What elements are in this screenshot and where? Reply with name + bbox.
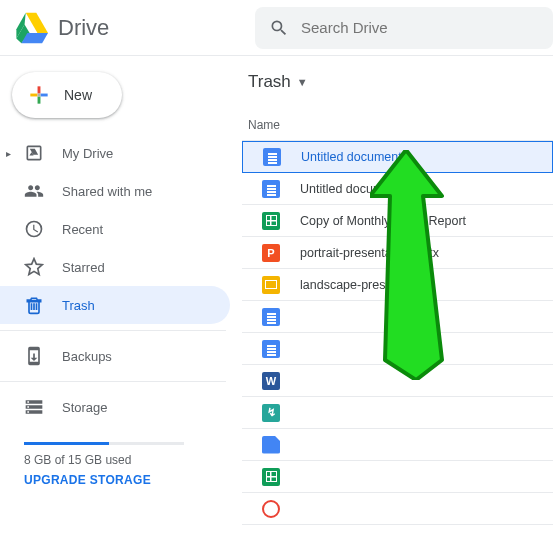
sidebar-item-label: My Drive [62, 146, 113, 161]
sheets-icon [262, 212, 280, 230]
sidebar-item-label: Storage [62, 400, 108, 415]
drive-logo-icon [14, 11, 48, 45]
main-title[interactable]: Trash ▼ [242, 72, 553, 110]
sidebar-item-backups[interactable]: Backups [0, 337, 230, 375]
file-name: Copy of Monthly Sales Report [300, 214, 466, 228]
file-row[interactable]: W [242, 365, 553, 397]
powerpoint-icon: P [262, 244, 280, 262]
my-drive-icon [24, 143, 44, 163]
file-name: landscape-presentation [300, 278, 430, 292]
file-row[interactable] [242, 333, 553, 365]
apps-script-icon: ↯ [262, 404, 280, 422]
file-row[interactable]: landscape-presentation [242, 269, 553, 301]
new-button[interactable]: New [12, 72, 122, 118]
file-name: portrait-presentation.pptx [300, 246, 439, 260]
upgrade-storage-link[interactable]: UPGRADE STORAGE [24, 473, 242, 487]
word-icon: W [262, 372, 280, 390]
sidebar-item-trash[interactable]: Trash [0, 286, 230, 324]
app-header: Drive [0, 0, 553, 56]
docs-icon [262, 180, 280, 198]
sidebar-item-recent[interactable]: Recent [0, 210, 230, 248]
slides-icon [262, 276, 280, 294]
sheets-icon [262, 468, 280, 486]
file-row[interactable]: Untitled document [242, 141, 553, 173]
new-button-label: New [64, 87, 92, 103]
docs-icon [262, 340, 280, 358]
video-icon [262, 500, 280, 518]
sidebar-item-shared[interactable]: Shared with me [0, 172, 230, 210]
caret-right-icon: ▸ [6, 148, 11, 159]
file-row[interactable]: Pportrait-presentation.pptx [242, 237, 553, 269]
divider [0, 381, 226, 382]
file-row[interactable] [242, 461, 553, 493]
storage-bar-fill [24, 442, 109, 445]
recent-icon [24, 219, 44, 239]
file-row[interactable]: ↯ [242, 397, 553, 429]
file-row[interactable]: Copy of Monthly Sales Report [242, 205, 553, 237]
sidebar-item-label: Backups [62, 349, 112, 364]
sidebar: New ▸ My Drive Shared with me Recent Sta… [0, 56, 242, 525]
backups-icon [24, 346, 44, 366]
sidebar-item-label: Recent [62, 222, 103, 237]
sidebar-item-label: Trash [62, 298, 95, 313]
svg-rect-0 [38, 94, 41, 97]
main-area: Trash ▼ Name Untitled documentUntitled d… [242, 56, 553, 525]
sidebar-item-label: Shared with me [62, 184, 152, 199]
divider [0, 330, 226, 331]
sidebar-item-my-drive[interactable]: ▸ My Drive [0, 134, 230, 172]
file-name: Untitled document [301, 150, 402, 164]
storage-used-text: 8 GB of 15 GB used [24, 453, 242, 467]
search-box[interactable] [255, 7, 553, 49]
logo-area[interactable]: Drive [0, 11, 255, 45]
docs-icon [263, 148, 281, 166]
product-name: Drive [58, 15, 109, 41]
sidebar-item-label: Starred [62, 260, 105, 275]
main-title-text: Trash [248, 72, 291, 92]
shared-icon [24, 181, 44, 201]
storage-bar [24, 442, 184, 445]
file-row[interactable] [242, 493, 553, 525]
sidebar-item-starred[interactable]: Starred [0, 248, 230, 286]
trash-icon [24, 295, 44, 315]
file-row[interactable] [242, 429, 553, 461]
sidebar-item-storage[interactable]: Storage [0, 388, 230, 426]
column-header-name[interactable]: Name [242, 110, 553, 141]
search-icon [269, 18, 289, 38]
file-list: Untitled documentUntitled documentCopy o… [242, 141, 553, 525]
starred-icon [24, 257, 44, 277]
file-row[interactable] [242, 301, 553, 333]
search-input[interactable] [301, 19, 539, 36]
file-row[interactable]: Untitled document [242, 173, 553, 205]
plus-icon [26, 82, 52, 108]
file-icon [262, 436, 280, 454]
storage-icon [24, 397, 44, 417]
chevron-down-icon: ▼ [297, 76, 308, 88]
file-name: Untitled document [300, 182, 401, 196]
docs-icon [262, 308, 280, 326]
